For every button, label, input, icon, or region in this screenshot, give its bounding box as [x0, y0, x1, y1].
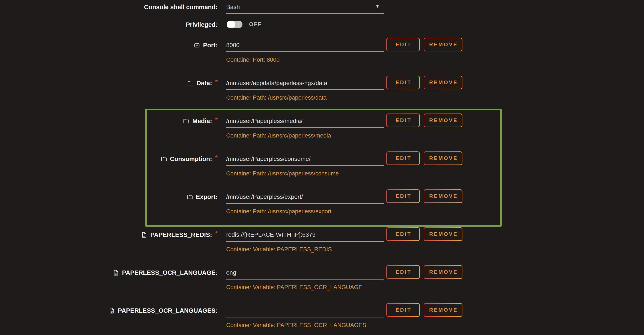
dropdown-caret-icon: ▼ [376, 4, 380, 8]
file-icon [141, 232, 148, 238]
remove-button[interactable]: REMOVE [424, 76, 462, 89]
folder-icon [160, 156, 167, 162]
edit-button[interactable]: EDIT [386, 265, 420, 279]
field-value-text: eng [226, 269, 236, 276]
field-value-text: redis://[REPLACE-WITH-IP]:6379 [226, 231, 316, 238]
field-value-text: /mnt/user/Paperpless/media/ [226, 118, 302, 124]
edit-button[interactable]: EDIT [386, 38, 420, 51]
field-label-cell: Consumption: * [0, 154, 218, 163]
folder-icon [187, 80, 194, 86]
remove-button[interactable]: REMOVE [424, 38, 462, 51]
consumption-value-input[interactable]: /mnt/user/Paperpless/consume/ [226, 154, 384, 166]
field-help-text: Container Path: /usr/src/paperless/consu… [226, 170, 339, 177]
paperless-ocr-languages-value-input[interactable] [226, 306, 384, 318]
field-row-media: Media: * /mnt/user/Paperpless/media/ EDI… [0, 116, 644, 145]
port-icon [194, 42, 200, 49]
field-value-text: 8000 [226, 42, 240, 48]
required-asterisk: * [215, 230, 218, 237]
field-label-cell: Data: * [0, 79, 218, 88]
remove-button[interactable]: REMOVE [424, 265, 462, 279]
remove-button[interactable]: REMOVE [424, 189, 462, 203]
paperless-ocr-language-value-input[interactable]: eng [226, 268, 384, 280]
field-label: PAPERLESS_REDIS: [150, 231, 212, 238]
field-value-text: /mnt/user/appdata/paperless-ngx/data [226, 80, 327, 86]
edit-button[interactable]: EDIT [386, 151, 420, 165]
port-value-input[interactable]: 8000 [226, 41, 384, 52]
field-label: PAPERLESS_OCR_LANGUAGES: [118, 307, 218, 314]
remove-button[interactable]: REMOVE [424, 113, 462, 127]
privileged-toggle[interactable] [226, 21, 242, 28]
field-help-text: Container Path: /usr/src/paperless/media [226, 132, 331, 139]
field-label: Console shell command: [144, 4, 218, 11]
field-help-text: Container Port: 8000 [226, 56, 280, 63]
field-label: PAPERLESS_OCR_LANGUAGE: [122, 269, 218, 276]
edit-button[interactable]: EDIT [386, 189, 420, 203]
edit-button[interactable]: EDIT [386, 113, 420, 127]
remove-button[interactable]: REMOVE [424, 151, 462, 165]
required-asterisk: * [215, 116, 218, 123]
field-row-paperless-ocr-languages: PAPERLESS_OCR_LANGUAGES: EDIT REMOVE Con… [0, 306, 644, 334]
field-label-cell: Media: * [0, 116, 218, 125]
data-value-input[interactable]: /mnt/user/appdata/paperless-ngx/data [226, 79, 384, 90]
remove-button[interactable]: REMOVE [424, 227, 462, 241]
field-row-consumption: Consumption: * /mnt/user/Paperpless/cons… [0, 154, 644, 183]
field-label-cell: Console shell command: [0, 2, 218, 11]
folder-icon [186, 194, 193, 200]
field-row-paperless-ocr-language: PAPERLESS_OCR_LANGUAGE: eng EDIT REMOVE … [0, 268, 644, 297]
field-label-cell: Privileged: [0, 20, 218, 29]
field-row-data: Data: * /mnt/user/appdata/paperless-ngx/… [0, 79, 644, 107]
field-row-paperless-redis: PAPERLESS_REDIS: * redis://[REPLACE-WITH… [0, 230, 644, 259]
docker-template-settings-page: Console shell command: Bash ▼ Privileged… [0, 0, 644, 335]
toggle-knob-icon [227, 21, 235, 28]
field-row-port: Port: 8000 EDIT REMOVE Container Port: 8… [0, 41, 644, 69]
file-icon [112, 270, 119, 276]
edit-button[interactable]: EDIT [386, 303, 420, 317]
field-label-cell: Export: [0, 192, 218, 201]
field-label: Privileged: [186, 21, 218, 28]
paperless-redis-value-input[interactable]: redis://[REPLACE-WITH-IP]:6379 [226, 230, 384, 242]
edit-button[interactable]: EDIT [386, 76, 420, 89]
field-label: Port: [203, 42, 218, 49]
select-value: Bash [226, 4, 240, 10]
field-label-cell: Port: [0, 41, 218, 50]
export-value-input[interactable]: /mnt/user/Paperpless/export/ [226, 192, 384, 204]
field-value-text: /mnt/user/Paperpless/export/ [226, 193, 303, 200]
field-label-cell: PAPERLESS_OCR_LANGUAGES: [0, 306, 218, 315]
field-value-text: /mnt/user/Paperpless/consume/ [226, 155, 311, 162]
field-label: Data: [196, 80, 212, 87]
field-help-text: Container Path: /usr/src/paperless/data [226, 94, 326, 101]
field-row-export: Export: /mnt/user/Paperpless/export/ EDI… [0, 192, 644, 221]
field-label: Media: [192, 118, 212, 125]
remove-button[interactable]: REMOVE [424, 303, 462, 317]
required-asterisk: * [215, 154, 218, 161]
field-help-text: Container Path: /usr/src/paperless/expor… [226, 208, 332, 215]
console-shell-command-select[interactable]: Bash ▼ [226, 2, 384, 14]
file-icon [108, 307, 115, 314]
field-help-text: Container Variable: PAPERLESS_OCR_LANGUA… [226, 284, 362, 291]
field-label-cell: PAPERLESS_REDIS: * [0, 230, 218, 239]
toggle-state-label: OFF [249, 21, 262, 27]
required-asterisk: * [215, 79, 218, 85]
folder-icon [183, 118, 190, 124]
field-label: Consumption: [170, 155, 212, 163]
field-label: Export: [196, 193, 218, 201]
edit-button[interactable]: EDIT [386, 227, 420, 241]
field-help-text: Container Variable: PAPERLESS_OCR_LANGUA… [226, 322, 366, 329]
media-value-input[interactable]: /mnt/user/Paperpless/media/ [226, 116, 384, 128]
field-label-cell: PAPERLESS_OCR_LANGUAGE: [0, 268, 218, 277]
field-help-text: Container Variable: PAPERLESS_REDIS [226, 246, 332, 253]
